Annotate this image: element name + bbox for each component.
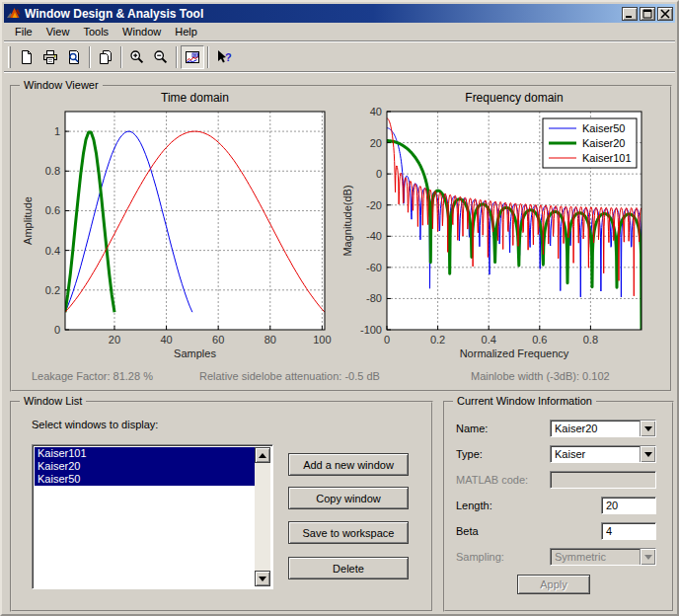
- svg-text:Kaiser20: Kaiser20: [582, 137, 625, 149]
- svg-text:Time domain: Time domain: [161, 91, 229, 105]
- minimize-icon[interactable]: [622, 7, 638, 21]
- window-viewer-plots: 2040608010000.20.40.60.81Time domainSamp…: [12, 87, 670, 390]
- listbox-scrollbar[interactable]: [255, 447, 270, 586]
- toolbar-grip[interactable]: [8, 46, 11, 68]
- type-label: Type:: [456, 448, 483, 460]
- chevron-down-icon: [640, 549, 655, 565]
- name-value: Kaiser20: [551, 421, 640, 436]
- name-combobox[interactable]: Kaiser20: [550, 420, 656, 437]
- svg-text:0.8: 0.8: [45, 165, 60, 177]
- toolbar-separator: [176, 46, 178, 68]
- chevron-down-icon[interactable]: [640, 446, 655, 462]
- svg-text:Frequency domain: Frequency domain: [465, 91, 563, 105]
- menu-help[interactable]: Help: [168, 24, 204, 39]
- svg-text:40: 40: [370, 106, 382, 117]
- leakage-factor-stat: Leakage Factor: 81.28 %: [32, 370, 153, 382]
- menu-tools[interactable]: Tools: [76, 24, 115, 39]
- menu-view[interactable]: View: [39, 24, 77, 39]
- sampling-value: Symmetric: [551, 549, 640, 565]
- svg-text:-80: -80: [366, 292, 382, 304]
- svg-text:0.4: 0.4: [482, 334, 496, 346]
- svg-text:Amplitude: Amplitude: [22, 196, 34, 245]
- beta-label: Beta: [456, 525, 479, 537]
- menu-file[interactable]: File: [8, 24, 39, 39]
- svg-text:Kaiser50: Kaiser50: [582, 122, 625, 134]
- window-listbox[interactable]: Kaiser101 Kaiser20 Kaiser50: [32, 444, 273, 589]
- legend-toggle-icon[interactable]: [181, 45, 204, 69]
- svg-text:-40: -40: [366, 230, 382, 242]
- save-to-workspace-button[interactable]: Save to workspace: [288, 521, 409, 544]
- svg-text:40: 40: [160, 334, 172, 346]
- mainlobe-width-stat: Mainlobe width (-3dB): 0.102: [471, 370, 610, 382]
- maximize-icon[interactable]: [640, 7, 655, 21]
- svg-text:?: ?: [225, 51, 232, 63]
- svg-text:Normalized Frequency: Normalized Frequency: [460, 347, 569, 359]
- svg-text:0.4: 0.4: [45, 245, 60, 257]
- sampling-label: Sampling:: [456, 551, 504, 563]
- matlab-code-field: [550, 471, 656, 489]
- svg-text:-20: -20: [366, 199, 382, 211]
- beta-field[interactable]: [601, 522, 656, 540]
- window-list-panel: Window List Select windows to display: K…: [10, 401, 433, 612]
- window-viewer-panel: Window Viewer 2040608010000.20.40.60.81T…: [10, 85, 672, 392]
- svg-text:Samples: Samples: [174, 347, 216, 359]
- svg-text:1: 1: [54, 125, 60, 137]
- type-combobox[interactable]: Kaiser: [550, 445, 656, 463]
- window-list-items: Kaiser101 Kaiser20 Kaiser50: [35, 447, 255, 486]
- copy-window-icon[interactable]: [94, 45, 117, 69]
- toolbar: ?: [4, 42, 675, 72]
- sampling-combobox: Symmetric: [550, 548, 656, 566]
- type-value: Kaiser: [551, 446, 640, 462]
- list-item[interactable]: Kaiser101: [35, 447, 256, 460]
- svg-text:0.6: 0.6: [532, 334, 547, 346]
- svg-text:-100: -100: [360, 324, 382, 336]
- svg-text:-60: -60: [366, 262, 382, 273]
- matlab-logo-icon: [7, 6, 22, 21]
- list-item[interactable]: Kaiser20: [35, 460, 256, 473]
- current-window-info-label: Current Window Information: [453, 395, 596, 407]
- svg-text:0: 0: [54, 324, 60, 336]
- toolbar-separator: [89, 46, 91, 68]
- svg-text:60: 60: [212, 334, 224, 346]
- svg-text:80: 80: [264, 334, 276, 346]
- title-bar[interactable]: Window Design & Analysis Tool: [4, 4, 675, 23]
- svg-text:0.2: 0.2: [45, 284, 60, 296]
- current-window-info-panel: Current Window Information Name: Kaiser2…: [443, 401, 674, 612]
- app-window: { "window": { "title": "Window Design & …: [0, 0, 679, 616]
- list-item[interactable]: Kaiser50: [35, 473, 256, 486]
- copy-window-button[interactable]: Copy window: [288, 487, 409, 509]
- window-list-label: Window List: [20, 395, 86, 407]
- scroll-down-icon[interactable]: [255, 571, 270, 586]
- delete-button[interactable]: Delete: [288, 557, 409, 579]
- print-icon[interactable]: [38, 45, 62, 69]
- close-icon[interactable]: [657, 7, 673, 21]
- length-label: Length:: [456, 500, 492, 511]
- new-document-icon[interactable]: [15, 45, 38, 69]
- menu-bar: File View Tools Window Help: [4, 23, 675, 41]
- toolbar-separator: [207, 46, 209, 68]
- svg-text:20: 20: [370, 137, 382, 149]
- svg-text:0.2: 0.2: [430, 334, 445, 346]
- svg-text:Magnitude(dB): Magnitude(dB): [341, 185, 353, 256]
- select-windows-label: Select windows to display:: [32, 419, 158, 430]
- chevron-down-icon[interactable]: [640, 421, 655, 436]
- zoom-in-icon[interactable]: [125, 45, 149, 69]
- svg-text:100: 100: [313, 334, 331, 346]
- svg-text:20: 20: [109, 334, 120, 346]
- context-help-icon[interactable]: ?: [212, 45, 236, 69]
- svg-text:Kaiser101: Kaiser101: [582, 152, 632, 164]
- name-label: Name:: [456, 423, 488, 434]
- length-field[interactable]: [601, 497, 656, 514]
- print-preview-icon[interactable]: [62, 45, 86, 69]
- scroll-up-icon[interactable]: [255, 447, 270, 463]
- svg-text:0: 0: [376, 168, 382, 180]
- toolbar-separator: [120, 46, 122, 68]
- window-title: Window Design & Analysis Tool: [25, 7, 620, 21]
- zoom-out-icon[interactable]: [149, 45, 173, 69]
- svg-text:0.8: 0.8: [583, 334, 598, 346]
- svg-text:0.6: 0.6: [45, 204, 60, 216]
- matlab-code-label: MATLAB code:: [456, 474, 528, 486]
- menu-window[interactable]: Window: [115, 24, 168, 39]
- add-new-window-button[interactable]: Add a new window: [288, 453, 409, 476]
- svg-text:0: 0: [384, 334, 390, 346]
